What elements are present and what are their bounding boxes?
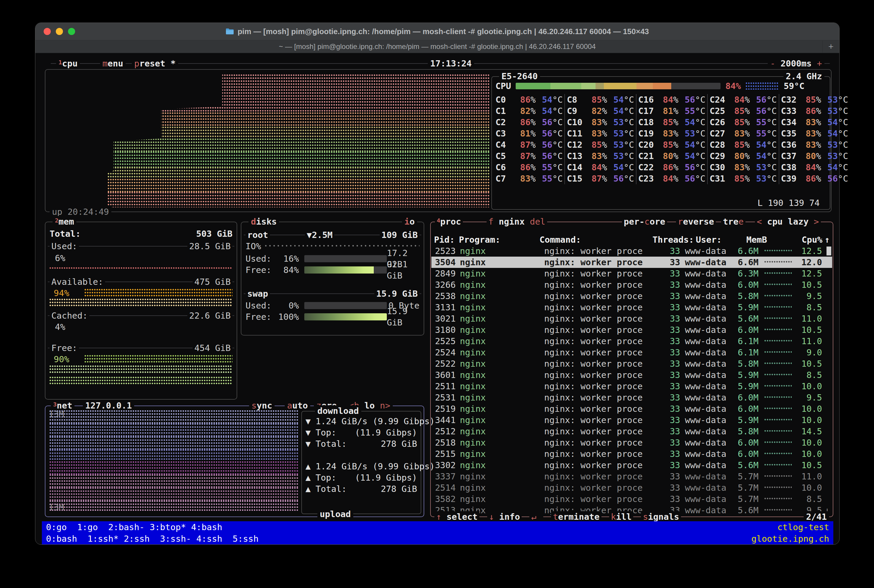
core-usage: 85 (729, 139, 745, 150)
process-row[interactable]: 2512 nginx nginx: worker proce 33 www-da… (431, 426, 832, 437)
process-row[interactable]: 2538 nginx nginx: worker proce 33 www-da… (431, 291, 832, 302)
process-row[interactable]: 2525 nginx nginx: worker proce 33 www-da… (431, 336, 832, 347)
col-user[interactable]: User: (696, 234, 746, 245)
proc-footer-button[interactable]: signals (641, 511, 681, 522)
tmux-hostname: glootie.ipng.ch (751, 533, 829, 544)
proc-footer-button[interactable]: kill (609, 511, 633, 522)
core-cell: C17 81% 55°C (636, 105, 707, 117)
net-sync-button[interactable]: sync (249, 400, 275, 411)
tab-title[interactable]: ~ — [mosh] pim@glootie.ipng.ch: /home/pi… (279, 42, 596, 51)
new-tab-button[interactable]: + (822, 40, 839, 53)
per-core-toggle[interactable]: per-core (622, 216, 667, 227)
cpu-usage-dots (764, 295, 792, 297)
close-button[interactable] (44, 28, 51, 35)
core-name: C28 (710, 139, 729, 150)
core-cell: C0 86% 54°C (494, 94, 564, 105)
core-usage: 83 (801, 117, 816, 128)
process-row[interactable]: 2522 nginx nginx: worker proce 33 www-da… (431, 358, 832, 369)
interval-plus-button[interactable]: + (817, 58, 822, 69)
core-cell: C33 86% 53°C (779, 105, 850, 117)
preset-button[interactable]: preset * (132, 58, 178, 69)
core-grid: C0 86% 54°C C1 82% 54°C C2 8 (494, 94, 828, 184)
interval-minus-button[interactable]: - (770, 58, 775, 69)
cpu-usage-dots (764, 329, 792, 331)
cpu-meter-label: CPU (495, 80, 511, 92)
proc-panel-title[interactable]: 4proc (435, 216, 463, 227)
process-row[interactable]: 2524 nginx nginx: worker proce 33 www-da… (431, 347, 832, 358)
cpu-total-percent: 84% (725, 80, 741, 92)
process-row[interactable]: 3337 nginx nginx: worker proce 33 www-da… (431, 471, 832, 482)
zoom-button[interactable] (68, 28, 75, 35)
col-memb[interactable]: MemB (746, 234, 798, 245)
disk-swap-row: swap 15.9 GiB (245, 288, 420, 299)
cpu-usage-dots (764, 306, 792, 309)
update-interval: - 2000ms + (768, 58, 824, 69)
cpu-usage-dots (764, 419, 792, 421)
core-name: C6 (495, 162, 515, 173)
process-row[interactable]: 2511 nginx nginx: worker proce 33 www-da… (431, 381, 832, 392)
cpu-total-row: CPU 84% 59°C (495, 80, 826, 92)
disks-panel-title[interactable]: disks (248, 216, 279, 227)
reverse-toggle[interactable]: reverse (676, 216, 716, 227)
process-row[interactable]: 2523 nginx nginx: worker proce 33 www-da… (431, 245, 832, 256)
tmux-windows-outer[interactable]: 0:go 1:go 2:bash- 3:btop* 4:bash (46, 522, 223, 533)
cpu-usage-dots (764, 261, 792, 264)
mem-panel-title[interactable]: 2mem (53, 216, 76, 227)
process-row[interactable]: 3266 nginx nginx: worker proce 33 www-da… (431, 279, 832, 291)
process-row[interactable]: 2519 nginx nginx: worker proce 33 www-da… (431, 403, 832, 414)
menu-button[interactable]: menu (100, 58, 126, 69)
process-row[interactable]: 3131 nginx nginx: worker proce 33 www-da… (431, 302, 832, 313)
process-row[interactable]: 3601 nginx nginx: worker proce 33 www-da… (431, 369, 832, 381)
process-row[interactable]: 2514 nginx nginx: worker proce 33 www-da… (431, 482, 832, 494)
scrollbar-thumb[interactable] (826, 246, 831, 255)
process-row[interactable]: 3180 nginx nginx: worker proce 33 www-da… (431, 324, 832, 336)
cpu-graph-band (108, 167, 489, 179)
proc-footer-button[interactable]: terminate (551, 511, 601, 522)
sort-selector[interactable]: < cpu lazy > (755, 216, 821, 227)
proc-filter[interactable]: f nginx del (487, 216, 547, 227)
core-cell: C8 85% 54°C (564, 94, 636, 105)
col-threads[interactable]: Threads: (653, 234, 691, 245)
tmux-windows-inner[interactable]: 0:bash 1:ssh* 2:ssh 3:ssh- 4:ssh 5:ssh (46, 533, 259, 544)
core-name: C2 (495, 117, 515, 128)
cpu-usage-dots (764, 250, 792, 252)
direction-arrow-icon: ▲ (305, 461, 316, 472)
col-command[interactable]: Command: (539, 234, 653, 245)
core-temp: 54 (536, 105, 552, 117)
io-mode-button[interactable]: io (402, 216, 417, 227)
disk-root-free-meter (304, 266, 387, 273)
process-row[interactable]: 2518 nginx nginx: worker proce 33 www-da… (431, 437, 832, 448)
process-row[interactable]: 3582 nginx nginx: worker proce 33 www-da… (431, 494, 832, 505)
process-row[interactable]: 3504 nginx nginx: worker proce 33 www-da… (431, 256, 832, 268)
core-name: C38 (781, 162, 801, 173)
cpu-package-temp: 59°C (784, 80, 805, 92)
tab-cpu[interactable]: 1cpu (56, 58, 80, 69)
net-speed-row: ▲ Top: (11.9 Gibps) (305, 472, 417, 483)
core-usage: 80 (729, 150, 745, 162)
minimize-button[interactable] (56, 28, 63, 35)
col-cpu[interactable]: Cpu% (798, 234, 822, 245)
disk-io-graph (265, 245, 420, 248)
disks-panel: disks io root ▼2.5M 109 GiB IO% Used:16%… (241, 222, 424, 336)
core-temp: 56 (750, 94, 767, 105)
proc-footer-button[interactable]: ↑ select (434, 511, 480, 522)
core-usage: 87 (515, 139, 531, 150)
process-row[interactable]: 3302 nginx nginx: worker proce 33 www-da… (431, 459, 832, 471)
core-name: C23 (638, 173, 658, 184)
clock: 17:13:24 (428, 58, 474, 69)
process-row[interactable]: 2849 nginx nginx: worker proce 33 www-da… (431, 268, 832, 279)
process-row[interactable]: 3441 nginx nginx: worker proce 33 www-da… (431, 414, 832, 426)
process-row[interactable]: 2515 nginx nginx: worker proce 33 www-da… (431, 448, 832, 459)
proc-footer-button[interactable]: ↵ (530, 511, 543, 522)
net-auto-button[interactable]: auto (285, 400, 310, 411)
core-cell: C2 86% 56°C (494, 117, 564, 128)
core-cell: C26 85% 55°C (707, 117, 778, 128)
core-temp: 53 (607, 117, 624, 128)
process-row[interactable]: 3021 nginx nginx: worker proce 33 www-da… (431, 313, 832, 324)
core-name: C25 (710, 105, 729, 117)
tree-toggle[interactable]: tree (721, 216, 745, 227)
process-row[interactable]: 2531 nginx nginx: worker proce 33 www-da… (431, 392, 832, 403)
proc-footer-button[interactable]: ↓ info (487, 511, 522, 522)
col-program[interactable]: Program: (459, 234, 540, 245)
col-pid[interactable]: Pid: (434, 234, 455, 245)
